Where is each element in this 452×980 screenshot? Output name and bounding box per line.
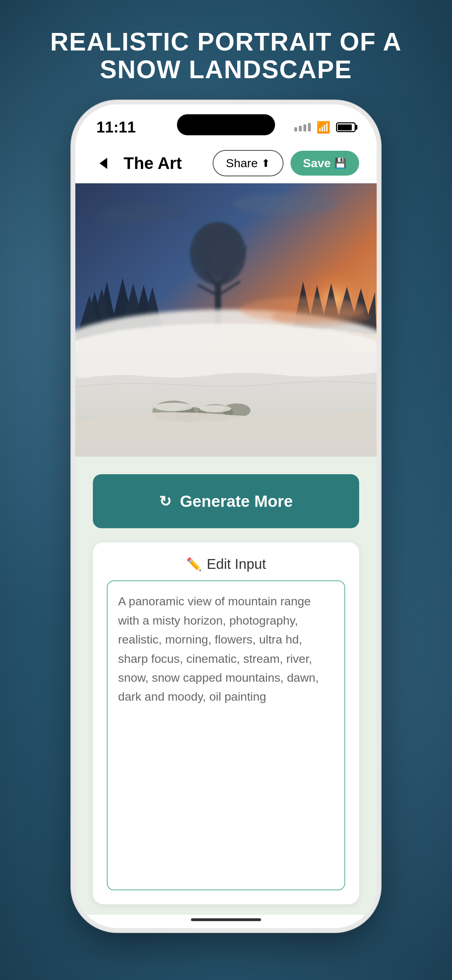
page-title: REALISTIC PORTRAIT OF ASNOW LANDSCAPE bbox=[15, 28, 436, 83]
share-icon: ⬆ bbox=[261, 157, 270, 169]
svg-point-27 bbox=[195, 224, 241, 276]
prompt-textarea[interactable] bbox=[107, 581, 345, 890]
status-time: 11:11 bbox=[96, 118, 136, 136]
generated-image bbox=[75, 183, 377, 457]
edit-input-title: ✏️ Edit Input bbox=[107, 556, 345, 572]
dynamic-island bbox=[177, 114, 275, 135]
save-button[interactable]: Save 💾 bbox=[290, 151, 359, 176]
save-label: Save bbox=[303, 156, 331, 170]
status-icons: 📶 bbox=[294, 121, 356, 134]
bottom-content: ↻ Generate More ✏️ Edit Input bbox=[75, 457, 377, 915]
phone-frame: 11:11 📶 The Art Share ⬆ Save 💾 bbox=[75, 105, 377, 928]
svg-point-45 bbox=[233, 194, 338, 215]
svg-point-47 bbox=[272, 307, 370, 326]
nav-bar: The Art Share ⬆ Save 💾 bbox=[75, 143, 377, 183]
battery-icon bbox=[336, 123, 356, 132]
wifi-icon: 📶 bbox=[317, 121, 330, 134]
edit-input-label: Edit Input bbox=[207, 556, 266, 572]
image-svg bbox=[75, 183, 377, 457]
svg-point-41 bbox=[154, 403, 193, 411]
svg-point-44 bbox=[93, 212, 163, 225]
share-button[interactable]: Share ⬆ bbox=[213, 150, 283, 176]
pencil-icon: ✏️ bbox=[186, 557, 202, 572]
edit-input-card: ✏️ Edit Input bbox=[93, 542, 359, 904]
share-label: Share bbox=[226, 156, 258, 170]
nav-title: The Art bbox=[93, 154, 213, 173]
signal-icon bbox=[294, 123, 311, 131]
refresh-icon: ↻ bbox=[159, 493, 171, 510]
save-icon: 💾 bbox=[334, 158, 347, 169]
home-indicator bbox=[191, 918, 261, 921]
generate-more-button[interactable]: ↻ Generate More bbox=[93, 474, 359, 528]
nav-actions: Share ⬆ Save 💾 bbox=[213, 150, 359, 176]
svg-point-42 bbox=[200, 405, 231, 412]
generate-button-label: Generate More bbox=[180, 492, 293, 511]
